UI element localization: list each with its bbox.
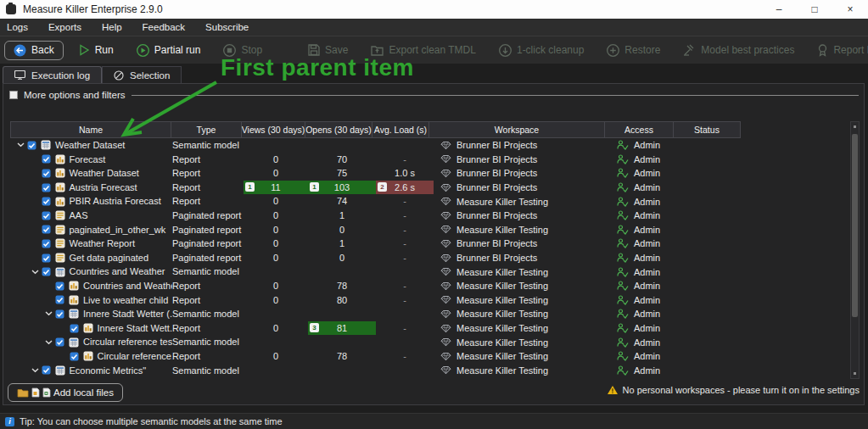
table-row[interactable]: Circular reference testSemantic modelMea…: [11, 335, 851, 349]
row-checkbox[interactable]: [27, 141, 36, 150]
row-checkbox[interactable]: [42, 169, 51, 178]
table-row[interactable]: paginated_in_other_wkPaginated report00-…: [11, 223, 851, 237]
back-button[interactable]: Back: [4, 41, 64, 60]
minimize-button[interactable]: –: [761, 0, 797, 19]
row-checkbox[interactable]: [70, 324, 79, 333]
item-name: Weather Dataset: [70, 166, 139, 181]
menu-item-exports[interactable]: Exports: [48, 22, 81, 32]
annotation-text: First parent item: [221, 54, 414, 81]
scroll-up-icon[interactable]: [854, 125, 856, 128]
table-row[interactable]: Circular reference...Report078-Measure K…: [11, 349, 851, 364]
more-options-checkbox[interactable]: [9, 91, 18, 99]
menu-item-feedback[interactable]: Feedback: [143, 22, 186, 32]
table-row[interactable]: Austria ForecastReport11110312.6 s2Brunn…: [11, 181, 851, 195]
checkbox-checked-icon[interactable]: [42, 211, 51, 220]
checkbox-checked-icon[interactable]: [42, 239, 51, 248]
column-header-avg-load-s-[interactable]: Avg. Load (s): [372, 121, 429, 138]
row-checkbox[interactable]: [55, 337, 64, 347]
column-header-views-30-days-[interactable]: Views (30 days): [241, 121, 305, 138]
table-row[interactable]: AASPaginated report01-Brunner BI Project…: [11, 209, 851, 223]
row-checkbox[interactable]: [42, 239, 51, 248]
checkbox-checked-icon[interactable]: [42, 183, 51, 192]
table-row[interactable]: Innere Stadt Wetter (...Semantic modelMe…: [11, 307, 851, 321]
table-row[interactable]: Countries and WeatherReport078-Measure K…: [11, 279, 851, 293]
menu-item-help[interactable]: Help: [102, 22, 122, 32]
row-checkbox[interactable]: [55, 309, 64, 319]
checkbox-checked-icon[interactable]: [55, 281, 64, 291]
scrollbar-thumb[interactable]: [852, 134, 858, 317]
metric-cell: 0: [244, 251, 308, 265]
row-checkbox[interactable]: [42, 267, 51, 276]
table-row[interactable]: Weather DatasetReport0751.0 sBrunner BI …: [11, 166, 851, 181]
item-type-icon: [55, 210, 65, 220]
chevron-down-icon[interactable]: [45, 340, 53, 345]
add-local-files-button[interactable]: Add local files: [8, 383, 123, 402]
column-header-status[interactable]: Status: [673, 121, 741, 138]
checkbox-checked-icon[interactable]: [42, 169, 51, 178]
row-checkbox[interactable]: [42, 365, 51, 375]
table-row[interactable]: Countries and WeatherSemantic modelMeasu…: [11, 265, 851, 279]
table-row[interactable]: Weather ReportPaginated report01-Brunner…: [11, 237, 851, 251]
row-checkbox[interactable]: [42, 225, 51, 234]
workspace-warning: No personal workspaces - please turn it …: [607, 385, 860, 395]
menu-item-subscribe[interactable]: Subscribe: [205, 22, 249, 32]
item-name: Austria Forecast: [70, 181, 137, 195]
column-header-type[interactable]: Type: [171, 121, 242, 138]
chevron-down-icon[interactable]: [31, 368, 39, 373]
table-row[interactable]: PBIR Austria ForecastReport074-Measure K…: [11, 194, 851, 209]
row-checkbox[interactable]: [70, 352, 79, 361]
row-checkbox[interactable]: [42, 183, 51, 192]
expand-chevron[interactable]: [42, 340, 55, 345]
row-checkbox[interactable]: [42, 254, 51, 263]
checkbox-checked-icon[interactable]: [55, 295, 64, 304]
checkbox-checked-icon[interactable]: [42, 225, 51, 234]
chevron-down-icon[interactable]: [45, 311, 53, 316]
expand-chevron[interactable]: [14, 142, 27, 148]
chevron-down-icon[interactable]: [31, 270, 39, 275]
scroll-down-icon[interactable]: [854, 372, 856, 375]
row-checkbox[interactable]: [42, 211, 51, 220]
expand-chevron[interactable]: [42, 311, 55, 316]
partial-run-button[interactable]: Partial run: [137, 44, 201, 57]
status-bar: i Tip: You can choose multiple semantic …: [0, 413, 868, 429]
report-icon: [69, 295, 79, 305]
report-icon: [69, 281, 79, 291]
workspace-name: Measure Killer Testing: [456, 351, 548, 361]
checkbox-checked-icon[interactable]: [42, 197, 51, 206]
column-header-workspace[interactable]: Workspace: [428, 121, 605, 138]
table-row[interactable]: Economic Metrics"Semantic modelMeasure K…: [11, 364, 851, 378]
table-row[interactable]: Weather DatasetSemantic modelBrunner BI …: [11, 138, 851, 153]
row-checkbox[interactable]: [55, 295, 64, 304]
checkbox-checked-icon[interactable]: [70, 324, 79, 333]
table-row[interactable]: Innere Stadt Wett...Report0813-Measure K…: [11, 321, 851, 336]
vertical-scrollbar[interactable]: [850, 121, 860, 379]
checkbox-checked-icon[interactable]: [42, 267, 51, 276]
checkbox-checked-icon[interactable]: [55, 337, 64, 347]
tab-execution-log[interactable]: Execution log: [3, 66, 102, 84]
column-header-access[interactable]: Access: [604, 121, 674, 138]
close-button[interactable]: ×: [832, 0, 868, 19]
checkbox-checked-icon[interactable]: [42, 154, 51, 164]
checkbox-checked-icon[interactable]: [42, 365, 51, 375]
row-checkbox[interactable]: [42, 154, 51, 164]
menu-item-logs[interactable]: Logs: [7, 22, 28, 32]
expand-chevron[interactable]: [29, 368, 42, 373]
checkbox-checked-icon[interactable]: [55, 309, 64, 319]
maximize-button[interactable]: □: [797, 0, 832, 19]
row-checkbox[interactable]: [55, 281, 64, 291]
column-header-name[interactable]: Name: [10, 121, 171, 138]
metric-cell: -: [376, 223, 434, 237]
checkbox-checked-icon[interactable]: [27, 141, 36, 150]
chevron-down-icon[interactable]: [17, 142, 25, 148]
status-cell: [680, 153, 748, 167]
expand-chevron[interactable]: [29, 270, 42, 275]
table-row[interactable]: Live to weather childReport080-Measure K…: [11, 293, 851, 308]
checkbox-checked-icon[interactable]: [42, 254, 51, 263]
tab-selection[interactable]: Selection: [102, 66, 182, 84]
row-checkbox[interactable]: [42, 197, 51, 206]
checkbox-checked-icon[interactable]: [70, 352, 79, 361]
table-row[interactable]: Get data paginatedPaginated report00-Bru…: [11, 251, 851, 265]
column-header-opens-30-days-[interactable]: Opens (30 days): [305, 121, 372, 138]
run-button[interactable]: Run: [79, 44, 114, 56]
table-row[interactable]: ForecastReport070-Brunner BI ProjectsAdm…: [11, 153, 851, 167]
